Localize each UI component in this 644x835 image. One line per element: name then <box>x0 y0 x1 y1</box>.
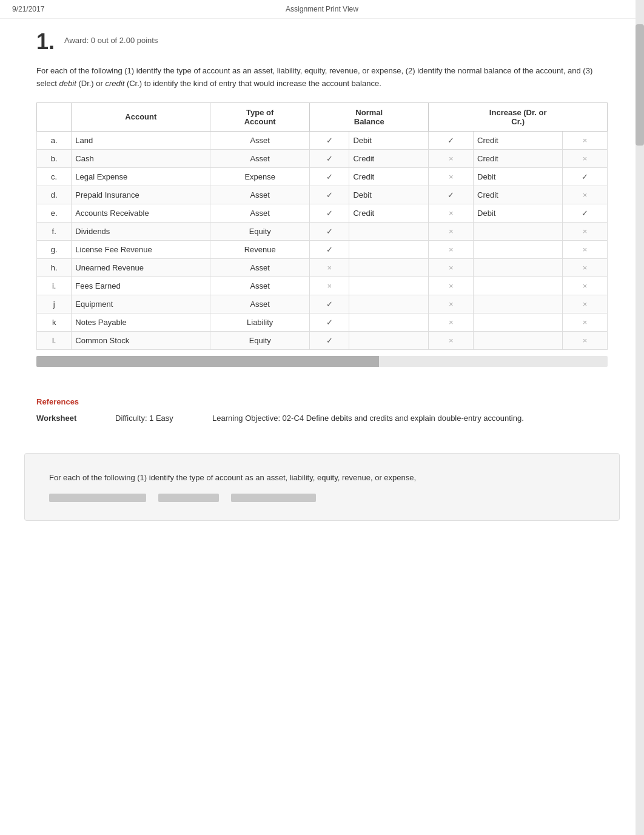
inc-value: Debit <box>474 167 563 186</box>
nb-check: ✓ <box>310 131 349 149</box>
last-check: × <box>563 240 608 258</box>
col-type: Type ofAccount <box>210 102 310 131</box>
nb-value: Credit <box>349 204 429 222</box>
blurred-block-2 <box>158 494 219 502</box>
cr-paren: (Cr.) <box>127 79 144 88</box>
question-text: For each of the following (1) identify t… <box>36 65 608 90</box>
date-label: 9/21/2017 <box>12 5 44 13</box>
inc-value <box>474 331 563 349</box>
row-letter: i. <box>37 277 72 295</box>
solution-text: For each of the following (1) identify t… <box>49 472 595 485</box>
account-type: Asset <box>210 149 310 167</box>
inc-check: ✓ <box>429 131 474 149</box>
account-type: Asset <box>210 277 310 295</box>
nb-value <box>349 277 429 295</box>
col-increase: Increase (Dr. orCr.) <box>429 102 608 131</box>
nb-check: × <box>310 258 349 277</box>
debit-italic: debit <box>59 79 76 88</box>
nb-check: ✓ <box>310 295 349 313</box>
account-name: Equipment <box>72 295 210 313</box>
inc-check: × <box>429 149 474 167</box>
last-check: ✓ <box>563 204 608 222</box>
account-type: Equity <box>210 331 310 349</box>
table-row: jEquipmentAsset✓×× <box>37 295 608 313</box>
scrollbar[interactable] <box>636 0 644 835</box>
blurred-block-3 <box>231 494 316 502</box>
account-type: Asset <box>210 258 310 277</box>
account-name: Dividends <box>72 222 210 240</box>
last-check: × <box>563 258 608 277</box>
last-check: × <box>563 186 608 204</box>
progress-bar-fill <box>36 356 379 367</box>
row-letter: l. <box>37 331 72 349</box>
last-check: × <box>563 131 608 149</box>
nb-value: Debit <box>349 186 429 204</box>
question-header: 1. Award: 0 out of 2.00 points <box>36 31 608 53</box>
account-name: Cash <box>72 149 210 167</box>
last-check: × <box>563 222 608 240</box>
nb-value <box>349 313 429 331</box>
table-row: a.LandAsset✓Debit✓Credit× <box>37 131 608 149</box>
inc-value <box>474 258 563 277</box>
account-name: Prepaid Insurance <box>72 186 210 204</box>
row-letter: c. <box>37 167 72 186</box>
row-letter: k <box>37 313 72 331</box>
accounts-table: Account Type ofAccount NormalBalance Inc… <box>36 102 608 350</box>
inc-value <box>474 240 563 258</box>
description-end: to identify the kind of entry that would… <box>144 79 381 88</box>
inc-value <box>474 222 563 240</box>
nb-check: ✓ <box>310 149 349 167</box>
page-title: Assignment Print View <box>286 5 358 13</box>
difficulty-label: Difficulty: 1 Easy <box>115 414 188 423</box>
table-row: b.CashAsset✓Credit×Credit× <box>37 149 608 167</box>
or-text: or <box>96 79 105 88</box>
question-section: 1. Award: 0 out of 2.00 points For each … <box>0 19 644 397</box>
scrollbar-thumb[interactable] <box>636 24 644 146</box>
nb-check: × <box>310 277 349 295</box>
nb-check: ✓ <box>310 186 349 204</box>
last-check: × <box>563 295 608 313</box>
table-row: c.Legal ExpenseExpense✓Credit×Debit✓ <box>37 167 608 186</box>
account-type: Liability <box>210 313 310 331</box>
col-normal-balance: NormalBalance <box>310 102 429 131</box>
table-row: h.Unearned RevenueAsset××× <box>37 258 608 277</box>
table-row: kNotes PayableLiability✓×× <box>37 313 608 331</box>
references-section: References Worksheet Difficulty: 1 Easy … <box>0 397 644 441</box>
dr-paren: (Dr.) <box>78 79 96 88</box>
account-name: Notes Payable <box>72 313 210 331</box>
row-letter: j <box>37 295 72 313</box>
inc-value: Credit <box>474 131 563 149</box>
credit-italic: credit <box>105 79 124 88</box>
table-row: e.Accounts ReceivableAsset✓Credit×Debit✓ <box>37 204 608 222</box>
col-account: Account <box>72 102 210 131</box>
nb-check: ✓ <box>310 204 349 222</box>
inc-check: ✓ <box>429 186 474 204</box>
nb-value <box>349 331 429 349</box>
question-points: Award: 0 out of 2.00 points <box>64 31 158 45</box>
account-type: Asset <box>210 204 310 222</box>
row-letter: a. <box>37 131 72 149</box>
row-letter: g. <box>37 240 72 258</box>
solution-section: For each of the following (1) identify t… <box>24 453 620 521</box>
account-type: Revenue <box>210 240 310 258</box>
last-check: × <box>563 313 608 331</box>
row-letter: e. <box>37 204 72 222</box>
account-type: Asset <box>210 131 310 149</box>
nb-value: Debit <box>349 131 429 149</box>
nb-value: Credit <box>349 167 429 186</box>
inc-check: × <box>429 222 474 240</box>
blurred-block-1 <box>49 494 146 502</box>
inc-check: × <box>429 331 474 349</box>
inc-value <box>474 277 563 295</box>
last-check: × <box>563 149 608 167</box>
account-name: Common Stock <box>72 331 210 349</box>
worksheet-label: Worksheet <box>36 414 91 423</box>
col-letter <box>37 102 72 131</box>
table-row: l.Common StockEquity✓×× <box>37 331 608 349</box>
inc-value <box>474 313 563 331</box>
row-letter: h. <box>37 258 72 277</box>
progress-bar-container <box>36 356 608 367</box>
row-letter: f. <box>37 222 72 240</box>
references-title: References <box>36 397 608 406</box>
account-type: Asset <box>210 186 310 204</box>
